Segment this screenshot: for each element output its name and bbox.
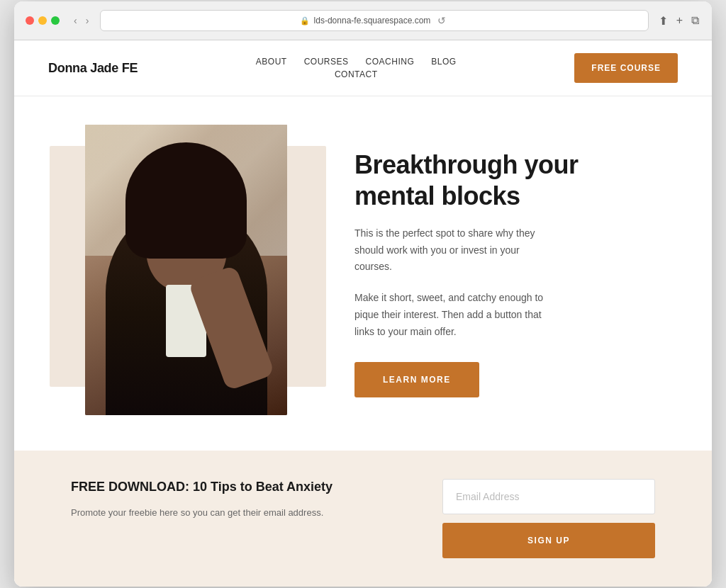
signup-description: Promote your freebie here so you can get…	[71, 505, 349, 521]
share-button[interactable]: ⬆	[657, 13, 669, 29]
nav-contact[interactable]: CONTACT	[335, 69, 378, 79]
signup-section: FREE DOWNLOAD: 10 Tips to Beat Anxiety P…	[14, 451, 712, 587]
lock-icon: 🔒	[300, 16, 310, 26]
site-header: Donna Jade FE ABOUT COURSES COACHING BLO…	[14, 40, 712, 96]
signup-left: FREE DOWNLOAD: 10 Tips to Beat Anxiety P…	[71, 479, 349, 521]
browser-window: ‹ › 🔒 lds-donna-fe.squarespace.com ↺ ⬆ +…	[14, 1, 712, 587]
traffic-lights	[26, 16, 60, 25]
free-course-button[interactable]: FREE COURSE	[574, 53, 678, 83]
signup-title: FREE DOWNLOAD: 10 Tips to Beat Anxiety	[71, 479, 349, 495]
address-bar[interactable]: 🔒 lds-donna-fe.squarespace.com ↺	[100, 10, 648, 31]
nav-blog[interactable]: BLOG	[431, 57, 456, 67]
site-nav: ABOUT COURSES COACHING BLOG CONTACT	[256, 57, 457, 79]
nav-about[interactable]: ABOUT	[256, 57, 287, 67]
reload-button[interactable]: ↺	[435, 13, 449, 28]
tabs-overview-button[interactable]: ⧉	[690, 13, 700, 29]
learn-more-button[interactable]: LEARN MORE	[354, 362, 479, 397]
hero-section: Breakthrough your mental blocks This is …	[14, 96, 712, 451]
close-button[interactable]	[26, 16, 34, 25]
hero-headline: Breakthrough your mental blocks	[354, 149, 655, 210]
browser-forward-button[interactable]: ›	[83, 13, 92, 28]
minimize-button[interactable]	[38, 16, 47, 25]
hero-content: Breakthrough your mental blocks This is …	[354, 149, 655, 397]
hero-image-container	[71, 125, 312, 422]
photo-figure-hair	[125, 142, 247, 259]
browser-action-buttons: ⬆ + ⧉	[657, 13, 700, 29]
hero-photo-inner	[85, 125, 287, 415]
browser-chrome: ‹ › 🔒 lds-donna-fe.squarespace.com ↺ ⬆ +…	[14, 1, 712, 40]
browser-back-button[interactable]: ‹	[71, 13, 80, 28]
nav-row-top: ABOUT COURSES COACHING BLOG	[256, 57, 457, 67]
nav-row-bottom: CONTACT	[335, 69, 378, 79]
email-input[interactable]	[442, 479, 655, 514]
nav-coaching[interactable]: COACHING	[366, 57, 415, 67]
hero-body-text-2: Make it short, sweet, and catchy enough …	[354, 290, 553, 340]
signup-form: SIGN UP	[377, 479, 655, 558]
url-text: lds-donna-fe.squarespace.com	[314, 16, 431, 26]
signup-button[interactable]: SIGN UP	[442, 523, 655, 558]
hero-body-text-1: This is the perfect spot to share why th…	[354, 225, 553, 276]
browser-nav-controls: ‹ ›	[71, 13, 91, 28]
site-content: Donna Jade FE ABOUT COURSES COACHING BLO…	[14, 40, 712, 587]
nav-courses[interactable]: COURSES	[304, 57, 349, 67]
hero-photo	[85, 125, 287, 415]
maximize-button[interactable]	[51, 16, 60, 25]
new-tab-button[interactable]: +	[675, 13, 684, 29]
site-logo: Donna Jade FE	[48, 61, 138, 76]
